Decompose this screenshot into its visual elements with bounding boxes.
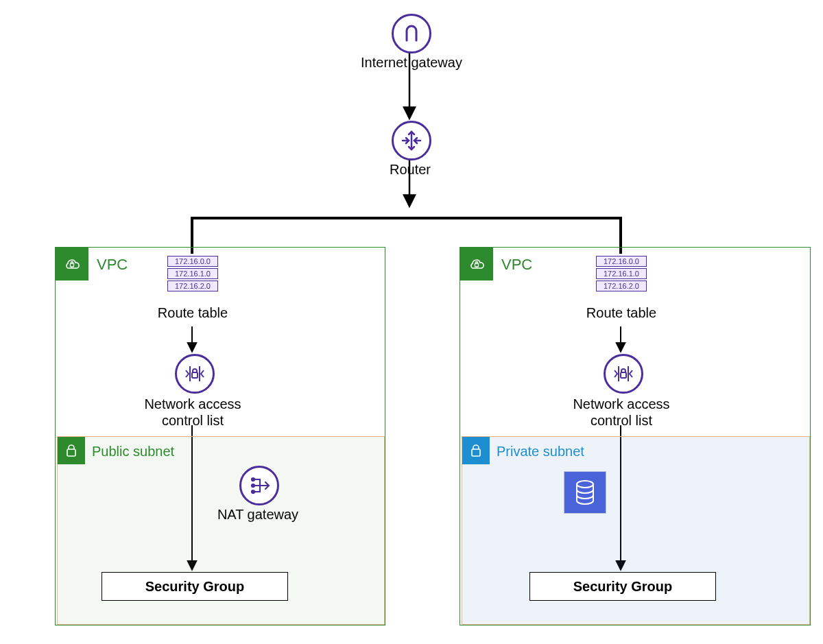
subnet-badge-icon-left — [58, 437, 85, 464]
nacl-icon-left — [175, 354, 215, 394]
public-subnet-title: Public subnet — [92, 444, 174, 460]
route-row: 172.16.0.0 — [167, 256, 218, 267]
route-row: 172.16.1.0 — [167, 268, 218, 279]
internet-gateway-label: Internet gateway — [357, 55, 466, 71]
route-row: 172.16.0.0 — [596, 256, 647, 267]
security-group-label-left: Security Group — [145, 579, 244, 595]
router-label: Router — [376, 162, 444, 178]
vpc-badge-icon-left — [56, 248, 88, 281]
nacl-icon-right — [604, 354, 643, 394]
svg-rect-16 — [67, 449, 75, 456]
route-table-icon-left: 172.16.0.0 172.16.1.0 172.16.2.0 — [167, 256, 218, 291]
subnet-badge-icon-right — [462, 437, 490, 464]
private-subnet-box: Private subnet Security Group — [462, 436, 810, 625]
security-group-box-left: Security Group — [102, 572, 288, 601]
svg-rect-15 — [192, 372, 198, 378]
nat-gateway-icon — [239, 466, 279, 505]
route-row: 172.16.1.0 — [596, 268, 647, 279]
security-group-label-right: Security Group — [573, 579, 672, 595]
internet-gateway-icon — [392, 14, 431, 53]
route-table-label-right: Route table — [566, 305, 676, 321]
route-row: 172.16.2.0 — [596, 281, 647, 291]
svg-rect-12 — [71, 263, 74, 267]
private-subnet-title: Private subnet — [497, 444, 584, 460]
nat-gateway-label: NAT gateway — [210, 507, 306, 523]
network-diagram: Internet gateway Router — [0, 0, 823, 644]
router-icon — [392, 121, 431, 160]
svg-rect-22 — [475, 263, 479, 267]
security-group-box-right: Security Group — [529, 572, 716, 601]
vpc-box-right: VPC 172.16.0.0 172.16.1.0 172.16.2.0 Rou… — [460, 247, 811, 625]
svg-point-27 — [577, 481, 593, 488]
vpc-badge-icon-right — [460, 248, 493, 281]
route-table-icon-right: 172.16.0.0 172.16.1.0 172.16.2.0 — [596, 256, 647, 291]
nacl-label-left: Network access control list — [124, 396, 261, 429]
public-subnet-box: Public subnet — [57, 436, 385, 625]
vpc-title-left: VPC — [97, 256, 128, 274]
vpc-title-right: VPC — [501, 256, 532, 274]
svg-rect-25 — [621, 372, 626, 378]
route-row: 172.16.2.0 — [167, 281, 218, 291]
nacl-label-right: Network access control list — [553, 396, 690, 429]
vpc-box-left: VPC 172.16.0.0 172.16.1.0 172.16.2.0 Rou… — [55, 247, 385, 625]
svg-rect-26 — [472, 449, 480, 456]
route-table-label-left: Route table — [138, 305, 248, 321]
database-icon — [564, 471, 606, 514]
